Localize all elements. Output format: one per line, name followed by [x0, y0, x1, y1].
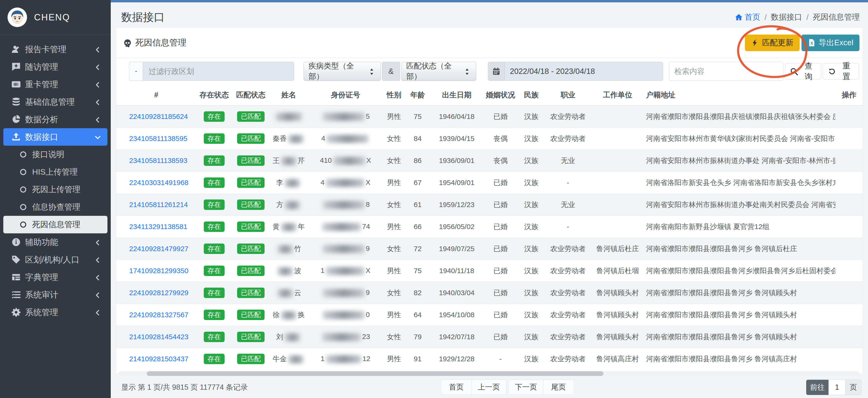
breadcrumb-item-2: 死因信息管理 [813, 12, 860, 23]
record-id-link[interactable]: 174109281299350 [129, 267, 188, 275]
id-number-cell: 9 [308, 238, 383, 260]
tags-icon [11, 255, 21, 264]
sidebar-item-4[interactable]: 数据分析 [3, 111, 107, 128]
marital-cell: 已婚 [483, 304, 518, 326]
chevron-left-icon [94, 256, 101, 263]
sidebar-item-10[interactable]: 死因信息管理 [3, 216, 107, 233]
sidebar-item-14[interactable]: 系统审计 [3, 286, 107, 304]
col-header-1: 存在状态 [196, 85, 232, 106]
reset-icon [828, 67, 836, 76]
sidebar-item-0[interactable]: 报告卡管理 [3, 40, 107, 58]
match-update-button[interactable]: 匹配更新 [745, 35, 800, 51]
sidebar-item-8[interactable]: 死因上传管理 [3, 181, 107, 198]
dob-cell: 1959/12/23 [431, 194, 483, 216]
sidebar-item-3[interactable]: 基础信息管理 [3, 93, 107, 111]
match-status-badge: 已匹配 [237, 133, 265, 144]
sidebar-item-11[interactable]: 辅助功能 [3, 233, 107, 251]
pagination-group-0: 首页上一页 [441, 379, 506, 395]
info-circle-icon [11, 237, 21, 247]
record-summary: 显示 第 1 页/共 9815 页 117774 条记录 [121, 382, 248, 392]
record-id-link[interactable]: 224109281479927 [129, 245, 188, 253]
work-unit-cell: 鲁河镇高庄村 [592, 348, 644, 370]
disease-type-select[interactable]: 疾病类型（全部） [304, 62, 381, 81]
exist-status-badge: 存在 [204, 222, 224, 232]
exist-status-badge: 存在 [204, 111, 224, 122]
pagination: 首页上一页下一页尾页 [441, 379, 574, 395]
record-id-link[interactable]: 234113291138581 [129, 223, 187, 230]
sidebar-item-12[interactable]: 区划/机构/人口 [3, 251, 107, 268]
actions-cell [835, 260, 863, 282]
occupation-cell: 农业劳动者 [544, 304, 592, 326]
record-id-link[interactable]: 234105811138593 [129, 157, 187, 164]
occupation-cell: 无业 [544, 150, 592, 172]
id-number-cell: 4 [308, 128, 383, 150]
occupation-cell: 农业劳动者 [544, 282, 592, 304]
table-row-0: 224109281185624存在已匹配5男性751946/04/18已婚汉族农… [116, 106, 863, 128]
brand[interactable]: CHENQ [0, 0, 111, 35]
sidebar-item-9[interactable]: 信息协查管理 [3, 198, 107, 216]
actions-cell [835, 348, 863, 370]
id-number-cell: 0 [308, 304, 383, 326]
goto-page-button[interactable]: 前往 [806, 380, 829, 395]
name-cell: 秦香 [270, 128, 308, 150]
date-range-picker[interactable]: 2022/04/18 - 2023/04/18 [488, 62, 663, 81]
page-button-上一页[interactable]: 上一页 [471, 380, 506, 394]
age-cell: 72 [405, 238, 431, 260]
page-button-首页[interactable]: 首页 [441, 380, 471, 394]
actions-cell [835, 326, 863, 348]
reset-button[interactable]: 重置 [823, 63, 859, 80]
sort-arrows-icon [368, 67, 376, 76]
table-row-8: 224109281279929存在已匹配云9女性821940/03/04已婚汉族… [116, 282, 863, 304]
marital-cell: 已婚 [483, 238, 518, 260]
record-id-link[interactable]: 214105811261214 [129, 201, 188, 208]
record-id-link[interactable]: 214109281503437 [129, 355, 188, 363]
actions-cell [835, 304, 863, 326]
sidebar-item-2[interactable]: 重卡管理 [3, 76, 107, 93]
search-input[interactable] [669, 62, 783, 81]
export-excel-button[interactable]: X 导出Excel [802, 35, 860, 51]
marital-cell: 已婚 [483, 260, 518, 282]
work-unit-cell [592, 128, 644, 150]
page-button-下一页[interactable]: 下一页 [509, 380, 543, 394]
name-cell: 王芹 [270, 150, 308, 172]
region-filter-input[interactable] [143, 62, 294, 81]
region-dropdown-toggle[interactable] [129, 62, 143, 81]
table-row-5: 234113291138581存在已匹配黄年74男性661956/05/02已婚… [116, 216, 863, 238]
match-status-badge: 已匹配 [237, 244, 265, 254]
sidebar-item-5[interactable]: 数据接口 [3, 128, 107, 146]
date-range-value: 2022/04/18 - 2023/04/18 [504, 62, 663, 81]
sidebar-item-label: 基础信息管理 [25, 96, 94, 108]
age-cell: 64 [405, 304, 431, 326]
sidebar-item-15[interactable]: 系统管理 [3, 304, 107, 321]
breadcrumb-item-0[interactable]: 首页 [735, 12, 760, 23]
table-row-10: 214109281454423存在已匹配刘23女性791942/07/18已婚汉… [116, 326, 863, 348]
name-cell [270, 106, 308, 128]
dob-cell: 1956/05/02 [431, 216, 483, 238]
record-id-link[interactable]: 234105811138595 [129, 135, 187, 142]
record-id-link[interactable]: 224103031491968 [129, 179, 188, 187]
record-id-link[interactable]: 224109281279929 [129, 289, 188, 296]
page-button-尾页[interactable]: 尾页 [543, 380, 574, 394]
gender-cell: 女性 [383, 194, 405, 216]
sidebar-item-label: 接口说明 [32, 149, 101, 160]
exist-status-badge: 存在 [204, 177, 224, 188]
sidebar-item-6[interactable]: 接口说明 [3, 146, 107, 163]
id-number-cell: 74 [308, 216, 383, 238]
record-id-link[interactable]: 224109281327567 [129, 311, 188, 319]
record-id-link[interactable]: 224109281185624 [129, 113, 188, 120]
query-button[interactable]: 查询 [785, 63, 821, 80]
match-status-select[interactable]: 匹配状态（全部） [401, 62, 476, 81]
sidebar-item-label: 信息协查管理 [32, 202, 101, 212]
marital-cell: 已婚 [483, 216, 518, 238]
record-id-link[interactable]: 214109281454423 [129, 333, 188, 341]
sidebar-item-1[interactable]: 随访管理 [3, 58, 107, 76]
work-unit-cell [592, 106, 644, 128]
sidebar-item-label: 数据分析 [25, 114, 94, 125]
age-cell: 67 [405, 172, 431, 194]
address-cell: 河南省濮阳市濮阳县濮阳县鲁河乡 鲁河镇顾头村 [644, 282, 835, 304]
occupation-cell: 农业劳动者 [544, 260, 592, 282]
sidebar-item-13[interactable]: 字典管理 [3, 268, 107, 286]
marital-cell: - [483, 348, 518, 370]
sidebar-item-7[interactable]: HIS上传管理 [3, 163, 107, 181]
goto-page-input[interactable] [829, 380, 845, 395]
